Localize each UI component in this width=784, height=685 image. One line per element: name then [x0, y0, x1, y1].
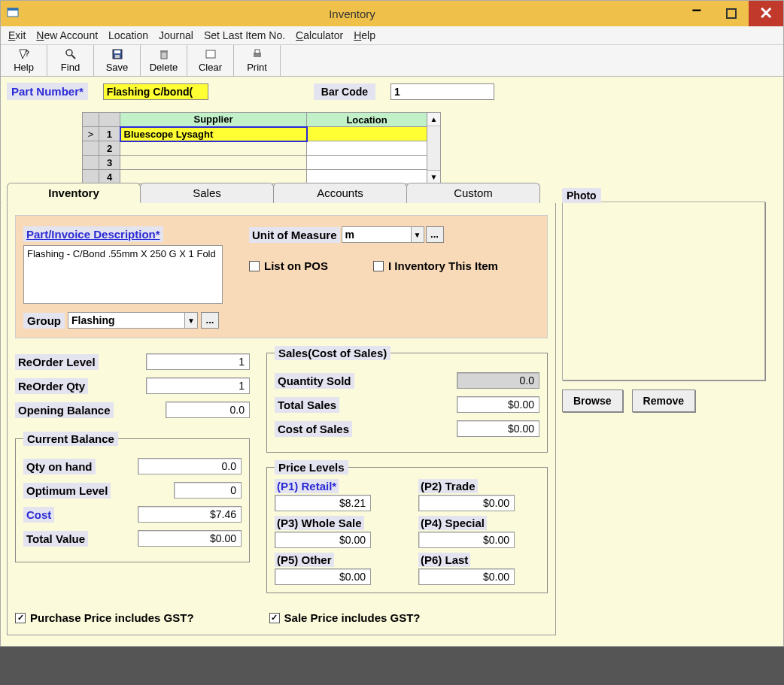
menu-new-account[interactable]: New Account [36, 29, 98, 41]
cost-input[interactable] [138, 506, 242, 523]
remove-button[interactable]: Remove [632, 389, 695, 412]
total-value-input[interactable] [138, 530, 242, 547]
description-input[interactable] [23, 245, 223, 304]
trash-icon [158, 48, 170, 60]
supplier-grid[interactable]: Supplier Location > 1 Bluescope Lysaght … [82, 112, 427, 184]
uom-select[interactable] [342, 226, 411, 243]
qty-sold-input [457, 372, 539, 389]
p6-input[interactable] [418, 568, 515, 585]
menu-exit[interactable]: Exit [8, 29, 26, 41]
optimum-level-input[interactable] [174, 482, 242, 499]
uom-lookup-button[interactable]: ... [426, 226, 444, 243]
list-on-pos-checkbox[interactable]: List on POS [249, 259, 328, 272]
print-button[interactable]: Print [234, 45, 281, 76]
print-icon [251, 48, 263, 60]
clear-icon [205, 48, 217, 60]
location-cell[interactable] [307, 127, 427, 141]
uom-label: Unit of Measure [249, 227, 340, 243]
location-cell[interactable] [307, 141, 427, 156]
tab-inventory[interactable]: Inventory [7, 183, 141, 203]
svg-point-3 [66, 50, 72, 56]
chevron-down-icon[interactable]: ▼ [411, 226, 424, 243]
svg-rect-1 [8, 8, 18, 11]
window-title: Inventory [25, 8, 679, 20]
description-label: Part/Invoice Description* [23, 226, 163, 242]
reorder-qty-label: ReOrder Qty [15, 378, 88, 394]
tab-accounts[interactable]: Accounts [273, 183, 407, 203]
scroll-up-icon[interactable]: ▲ [427, 113, 440, 126]
reorder-qty-input[interactable] [146, 377, 250, 394]
find-button[interactable]: Find [47, 45, 94, 76]
menu-set-last-item[interactable]: Set Last Item No. [204, 29, 285, 41]
svg-text:?: ? [25, 50, 29, 58]
supplier-cell[interactable] [120, 170, 307, 184]
toolbar: ? Help Find Save Delete Clear Print [1, 44, 783, 77]
menu-location[interactable]: Location [108, 29, 148, 41]
close-button[interactable]: ✕ [749, 1, 783, 26]
titlebar: Inventory ✕ [1, 1, 783, 26]
purchase-gst-checkbox[interactable]: ✓Purchase Price includes GST? [15, 611, 194, 624]
grid-scrollbar[interactable]: ▲ ▼ [427, 112, 441, 184]
p4-label: (P4) Special [418, 516, 487, 530]
row-num: 2 [99, 141, 120, 156]
help-button[interactable]: ? Help [1, 45, 47, 76]
row-num: 4 [99, 170, 120, 184]
svg-rect-9 [160, 50, 168, 52]
tab-custom[interactable]: Custom [406, 183, 540, 203]
maximize-button[interactable] [714, 1, 749, 26]
qty-on-hand-input[interactable] [138, 458, 242, 474]
sale-gst-checkbox[interactable]: ✓Sale Price includes GST? [269, 611, 421, 624]
photo-area [562, 202, 765, 380]
svg-rect-12 [255, 50, 260, 53]
col-supplier[interactable]: Supplier [120, 113, 307, 127]
total-sales-input[interactable] [457, 396, 539, 413]
supplier-cell[interactable] [120, 141, 307, 156]
p5-label: (P5) Other [275, 553, 334, 567]
menu-help[interactable]: Help [354, 29, 375, 41]
p1-input[interactable] [275, 495, 371, 511]
tab-sales[interactable]: Sales [140, 183, 274, 203]
row-num: 1 [99, 127, 120, 141]
supplier-cell[interactable]: Bluescope Lysaght [120, 127, 307, 141]
print-label: Print [247, 62, 267, 73]
find-label: Find [61, 62, 80, 73]
barcode-input[interactable] [390, 83, 494, 100]
optimum-level-label: Optimum Level [23, 483, 111, 499]
group-lookup-button[interactable]: ... [201, 312, 219, 329]
sales-legend: Sales(Cost of Sales) [275, 346, 390, 360]
reorder-level-input[interactable] [146, 353, 250, 370]
scroll-down-icon[interactable]: ▼ [427, 170, 440, 183]
row-num: 3 [99, 156, 120, 170]
location-cell[interactable] [307, 170, 427, 184]
svg-rect-10 [206, 50, 215, 58]
chevron-down-icon[interactable]: ▼ [184, 312, 198, 329]
minimize-button[interactable] [679, 1, 714, 26]
location-cell[interactable] [307, 156, 427, 170]
total-sales-label: Total Sales [275, 397, 339, 413]
part-number-input[interactable] [103, 83, 208, 100]
menu-journal[interactable]: Journal [159, 29, 193, 41]
inventory-this-item-checkbox[interactable]: I Inventory This Item [373, 259, 498, 272]
menu-calculator[interactable]: Calculator [296, 29, 343, 41]
p5-input[interactable] [275, 568, 371, 585]
cost-of-sales-input[interactable] [457, 420, 539, 437]
p3-label: (P3) Whole Sale [275, 516, 364, 530]
reorder-level-label: ReOrder Level [15, 354, 99, 370]
opening-balance-input[interactable] [166, 402, 250, 418]
group-select[interactable] [68, 312, 184, 329]
svg-rect-7 [115, 55, 120, 58]
opening-balance-label: Opening Balance [15, 402, 114, 418]
clear-button[interactable]: Clear [187, 45, 234, 76]
list-on-pos-label: List on POS [264, 259, 328, 272]
menubar: Exit New Account Location Journal Set La… [1, 26, 783, 44]
delete-button[interactable]: Delete [141, 45, 187, 76]
browse-button[interactable]: Browse [562, 389, 623, 412]
barcode-label: Bar Code [314, 83, 375, 100]
p4-input[interactable] [418, 532, 515, 548]
p2-input[interactable] [418, 495, 515, 511]
supplier-cell[interactable] [120, 156, 307, 170]
p3-input[interactable] [275, 532, 371, 548]
save-button[interactable]: Save [94, 45, 141, 76]
col-location[interactable]: Location [307, 113, 427, 127]
disk-icon [111, 48, 123, 60]
